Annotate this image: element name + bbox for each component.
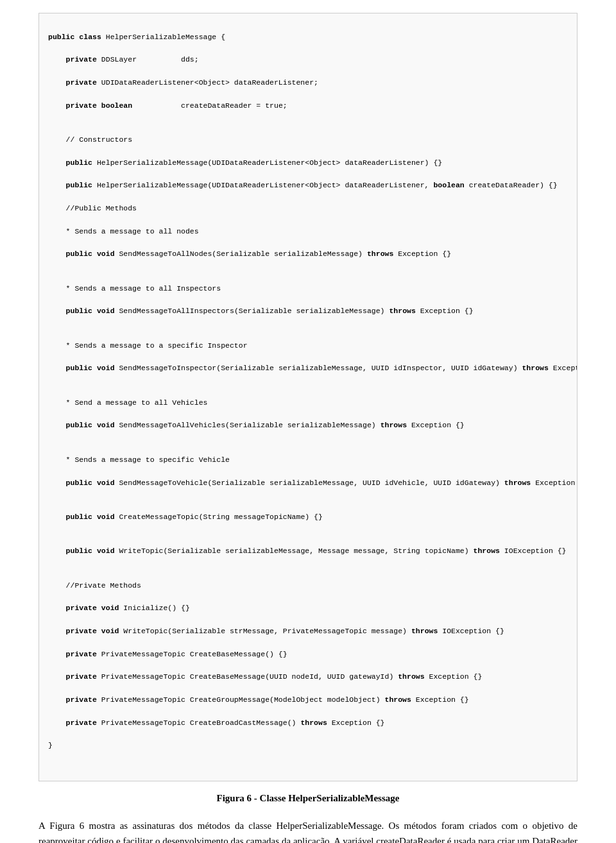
figure-caption: Figura 6 - Classe HelperSerializableMess… xyxy=(38,793,578,804)
paragraph-1: A Figura 6 mostra as assinaturas dos mét… xyxy=(38,818,578,843)
code-figure: public class HelperSerializableMessage {… xyxy=(38,13,578,781)
